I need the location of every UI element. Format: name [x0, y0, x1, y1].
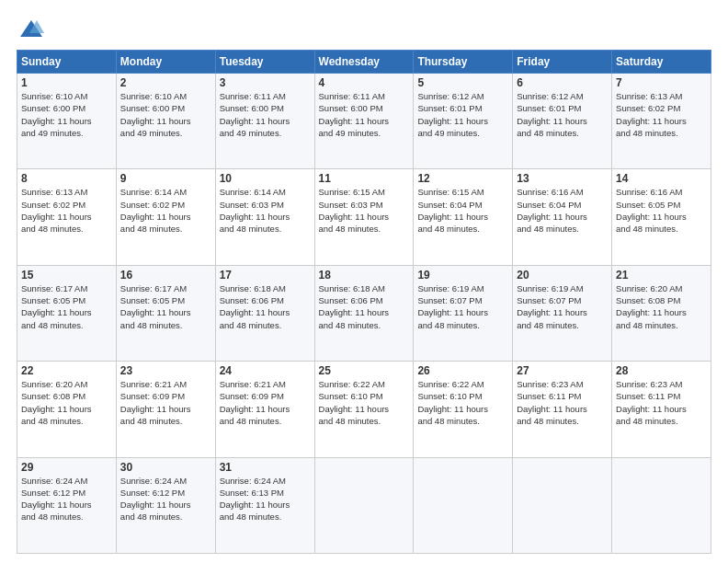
day-number: 29: [21, 461, 112, 474]
day-number: 19: [417, 269, 508, 282]
day-info: Sunrise: 6:21 AM Sunset: 6:09 PM Dayligh…: [120, 378, 211, 427]
calendar-cell: 14Sunrise: 6:16 AM Sunset: 6:05 PM Dayli…: [612, 169, 711, 265]
day-info: Sunrise: 6:24 AM Sunset: 6:13 PM Dayligh…: [220, 475, 311, 523]
calendar-cell: [314, 457, 414, 553]
day-info: Sunrise: 6:14 AM Sunset: 6:03 PM Dayligh…: [220, 186, 311, 235]
calendar-header-cell: Monday: [116, 51, 215, 74]
day-info: Sunrise: 6:20 AM Sunset: 6:08 PM Dayligh…: [616, 282, 707, 331]
day-number: 6: [517, 76, 608, 89]
day-info: Sunrise: 6:13 AM Sunset: 6:02 PM Dayligh…: [616, 90, 707, 139]
day-info: Sunrise: 6:11 AM Sunset: 6:00 PM Dayligh…: [319, 90, 410, 139]
day-info: Sunrise: 6:15 AM Sunset: 6:03 PM Dayligh…: [319, 186, 410, 235]
logo: [17, 17, 44, 42]
calendar-cell: 11Sunrise: 6:15 AM Sunset: 6:03 PM Dayli…: [314, 169, 414, 265]
day-info: Sunrise: 6:19 AM Sunset: 6:07 PM Dayligh…: [517, 282, 608, 331]
day-number: 25: [319, 364, 410, 377]
calendar-cell: 27Sunrise: 6:23 AM Sunset: 6:11 PM Dayli…: [513, 362, 612, 457]
calendar-cell: 30Sunrise: 6:24 AM Sunset: 6:12 PM Dayli…: [116, 457, 215, 553]
calendar-cell: 28Sunrise: 6:23 AM Sunset: 6:11 PM Dayli…: [612, 362, 711, 457]
day-info: Sunrise: 6:20 AM Sunset: 6:08 PM Dayligh…: [21, 378, 112, 427]
page: SundayMondayTuesdayWednesdayThursdayFrid…: [0, 0, 728, 563]
day-info: Sunrise: 6:18 AM Sunset: 6:06 PM Dayligh…: [220, 282, 311, 331]
calendar-cell: 25Sunrise: 6:22 AM Sunset: 6:10 PM Dayli…: [314, 362, 414, 457]
day-info: Sunrise: 6:19 AM Sunset: 6:07 PM Dayligh…: [417, 282, 508, 331]
day-info: Sunrise: 6:12 AM Sunset: 6:01 PM Dayligh…: [517, 90, 608, 139]
calendar-cell: 16Sunrise: 6:17 AM Sunset: 6:05 PM Dayli…: [116, 265, 215, 361]
day-info: Sunrise: 6:10 AM Sunset: 6:00 PM Dayligh…: [21, 90, 112, 139]
day-info: Sunrise: 6:23 AM Sunset: 6:11 PM Dayligh…: [517, 378, 608, 427]
calendar-cell: 31Sunrise: 6:24 AM Sunset: 6:13 PM Dayli…: [215, 457, 314, 553]
day-info: Sunrise: 6:23 AM Sunset: 6:11 PM Dayligh…: [616, 378, 707, 427]
day-number: 10: [220, 172, 311, 185]
day-number: 20: [517, 269, 608, 282]
calendar-table: SundayMondayTuesdayWednesdayThursdayFrid…: [17, 50, 711, 554]
day-info: Sunrise: 6:24 AM Sunset: 6:12 PM Dayligh…: [120, 475, 211, 523]
day-info: Sunrise: 6:22 AM Sunset: 6:10 PM Dayligh…: [417, 378, 508, 427]
day-number: 23: [120, 364, 211, 377]
calendar-cell: 17Sunrise: 6:18 AM Sunset: 6:06 PM Dayli…: [215, 265, 314, 361]
day-number: 8: [21, 172, 112, 185]
calendar-week-row: 1Sunrise: 6:10 AM Sunset: 6:00 PM Daylig…: [17, 74, 711, 169]
calendar-cell: 18Sunrise: 6:18 AM Sunset: 6:06 PM Dayli…: [314, 265, 414, 361]
calendar-cell: 5Sunrise: 6:12 AM Sunset: 6:01 PM Daylig…: [414, 74, 513, 169]
calendar-week-row: 22Sunrise: 6:20 AM Sunset: 6:08 PM Dayli…: [17, 362, 711, 457]
calendar-cell: 20Sunrise: 6:19 AM Sunset: 6:07 PM Dayli…: [513, 265, 612, 361]
day-info: Sunrise: 6:21 AM Sunset: 6:09 PM Dayligh…: [220, 378, 311, 427]
calendar-cell: 21Sunrise: 6:20 AM Sunset: 6:08 PM Dayli…: [612, 265, 711, 361]
day-number: 9: [120, 172, 211, 185]
day-number: 26: [417, 364, 508, 377]
day-number: 11: [319, 172, 410, 185]
day-info: Sunrise: 6:10 AM Sunset: 6:00 PM Dayligh…: [120, 90, 211, 139]
calendar-cell: 9Sunrise: 6:14 AM Sunset: 6:02 PM Daylig…: [116, 169, 215, 265]
day-number: 2: [120, 76, 211, 89]
calendar-cell: 22Sunrise: 6:20 AM Sunset: 6:08 PM Dayli…: [17, 362, 117, 457]
calendar-cell: 2Sunrise: 6:10 AM Sunset: 6:00 PM Daylig…: [116, 74, 215, 169]
day-number: 14: [616, 172, 707, 185]
calendar-header-cell: Saturday: [612, 51, 711, 74]
day-info: Sunrise: 6:16 AM Sunset: 6:04 PM Dayligh…: [517, 186, 608, 235]
calendar-cell: 1Sunrise: 6:10 AM Sunset: 6:00 PM Daylig…: [17, 74, 117, 169]
day-number: 22: [21, 364, 112, 377]
calendar-header-cell: Wednesday: [314, 51, 414, 74]
calendar-cell: 4Sunrise: 6:11 AM Sunset: 6:00 PM Daylig…: [314, 74, 414, 169]
day-info: Sunrise: 6:14 AM Sunset: 6:02 PM Dayligh…: [120, 186, 211, 235]
calendar-cell: 7Sunrise: 6:13 AM Sunset: 6:02 PM Daylig…: [612, 74, 711, 169]
calendar-week-row: 15Sunrise: 6:17 AM Sunset: 6:05 PM Dayli…: [17, 265, 711, 361]
day-number: 28: [616, 364, 707, 377]
day-number: 16: [120, 269, 211, 282]
calendar-cell: 26Sunrise: 6:22 AM Sunset: 6:10 PM Dayli…: [414, 362, 513, 457]
calendar-cell: [414, 457, 513, 553]
day-info: Sunrise: 6:18 AM Sunset: 6:06 PM Dayligh…: [319, 282, 410, 331]
day-info: Sunrise: 6:17 AM Sunset: 6:05 PM Dayligh…: [21, 282, 112, 331]
calendar-week-row: 29Sunrise: 6:24 AM Sunset: 6:12 PM Dayli…: [17, 457, 711, 553]
day-number: 21: [616, 269, 707, 282]
day-number: 24: [220, 364, 311, 377]
day-info: Sunrise: 6:24 AM Sunset: 6:12 PM Dayligh…: [21, 475, 112, 523]
day-number: 15: [21, 269, 112, 282]
calendar-cell: 12Sunrise: 6:15 AM Sunset: 6:04 PM Dayli…: [414, 169, 513, 265]
day-info: Sunrise: 6:16 AM Sunset: 6:05 PM Dayligh…: [616, 186, 707, 235]
calendar-cell: 10Sunrise: 6:14 AM Sunset: 6:03 PM Dayli…: [215, 169, 314, 265]
logo-icon: [18, 17, 44, 42]
calendar-cell: 24Sunrise: 6:21 AM Sunset: 6:09 PM Dayli…: [215, 362, 314, 457]
calendar-header-cell: Thursday: [414, 51, 513, 74]
calendar-header-cell: Tuesday: [215, 51, 314, 74]
day-number: 12: [417, 172, 508, 185]
day-number: 18: [319, 269, 410, 282]
calendar-cell: 19Sunrise: 6:19 AM Sunset: 6:07 PM Dayli…: [414, 265, 513, 361]
day-number: 31: [220, 461, 311, 474]
calendar-week-row: 8Sunrise: 6:13 AM Sunset: 6:02 PM Daylig…: [17, 169, 711, 265]
calendar-cell: 13Sunrise: 6:16 AM Sunset: 6:04 PM Dayli…: [513, 169, 612, 265]
day-number: 5: [417, 76, 508, 89]
calendar-cell: 6Sunrise: 6:12 AM Sunset: 6:01 PM Daylig…: [513, 74, 612, 169]
day-info: Sunrise: 6:13 AM Sunset: 6:02 PM Dayligh…: [21, 186, 112, 235]
day-number: 13: [517, 172, 608, 185]
day-number: 17: [220, 269, 311, 282]
day-number: 1: [21, 76, 112, 89]
header: [17, 17, 711, 42]
day-info: Sunrise: 6:15 AM Sunset: 6:04 PM Dayligh…: [417, 186, 508, 235]
calendar-header-row: SundayMondayTuesdayWednesdayThursdayFrid…: [17, 51, 711, 74]
calendar-cell: 15Sunrise: 6:17 AM Sunset: 6:05 PM Dayli…: [17, 265, 117, 361]
calendar-header-cell: Friday: [513, 51, 612, 74]
day-info: Sunrise: 6:17 AM Sunset: 6:05 PM Dayligh…: [120, 282, 211, 331]
